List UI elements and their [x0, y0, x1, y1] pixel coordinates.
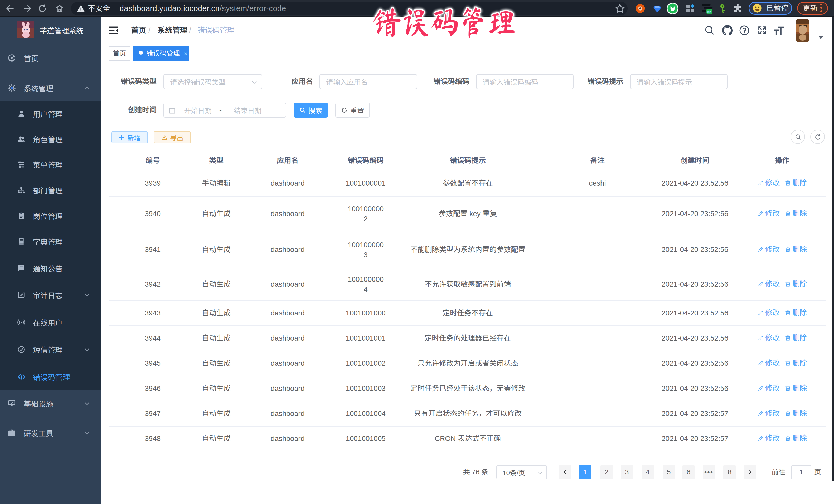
svg-text:on: on [707, 10, 711, 14]
